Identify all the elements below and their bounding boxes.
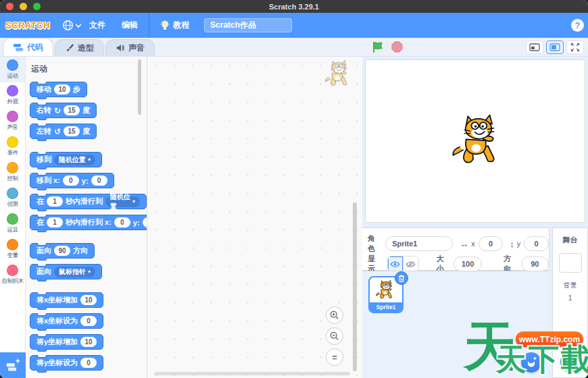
project-name-input[interactable] [204, 18, 292, 32]
palette-block[interactable]: 移到 x:0y:0 [30, 173, 114, 188]
category-color-dot [7, 59, 18, 71]
sprite-name-input[interactable] [385, 236, 453, 251]
y-value-input[interactable]: 0 [524, 236, 549, 251]
help-button[interactable]: ? [571, 19, 584, 32]
main-content: 运动外观声音事件控制侦测运算变量自制积木 运动 移动10步右转↻15度左转↺15… [0, 57, 588, 378]
language-menu[interactable] [62, 20, 81, 31]
category-label: 自制积木 [2, 277, 24, 286]
block-text: 度 [82, 105, 90, 115]
workspace-horizontal-scrollbar[interactable] [154, 372, 350, 375]
category-侦测[interactable]: 侦测 [0, 185, 25, 211]
x-value-input[interactable]: 0 [479, 236, 504, 251]
palette-block[interactable]: 将y坐标设为0 [30, 355, 103, 371]
category-color-dot [7, 162, 18, 173]
zoom-in-icon [330, 310, 339, 320]
block-dropdown[interactable]: 鼠标指针▾ [54, 267, 95, 277]
block-number-input[interactable]: 15 [64, 105, 80, 115]
category-自制积木[interactable]: 自制积木 [0, 262, 25, 288]
tab-costumes-label: 造型 [78, 43, 94, 54]
palette-block[interactable]: 在1秒内滑行到 x:0y:0 [30, 215, 147, 230]
workspace-vertical-scrollbar[interactable] [353, 202, 357, 371]
add-backdrop-button[interactable] [560, 352, 581, 372]
size-value-input[interactable]: 100 [454, 256, 481, 271]
palette-block[interactable]: 移到随机位置▾ [30, 152, 102, 167]
category-label: 运算 [7, 226, 18, 234]
menu-tutorials[interactable]: 教程 [152, 20, 197, 31]
block-number-input[interactable]: 1 [47, 196, 63, 207]
block-number-input[interactable]: 0 [80, 358, 97, 368]
titlebar: Scratch 3.29.1 [0, 0, 588, 13]
zoom-reset-button[interactable]: = [326, 348, 343, 366]
block-number-input[interactable]: 10 [80, 337, 97, 347]
zoom-out-button[interactable] [326, 327, 343, 345]
palette-block[interactable]: 移动10步 [30, 82, 87, 97]
stage[interactable] [365, 59, 585, 223]
block-text: 度 [82, 126, 90, 136]
stage-selector-panel[interactable]: 舞台 背景 1 [552, 227, 588, 378]
block-number-input[interactable]: 0 [80, 316, 97, 326]
minimize-window-button[interactable] [20, 3, 27, 10]
category-label: 运动 [7, 72, 18, 80]
block-number-input[interactable]: 1 [47, 217, 63, 227]
block-number-input[interactable]: 0 [114, 217, 130, 227]
scratch-logo[interactable]: SCRATCH [5, 20, 50, 30]
block-text: 在 [36, 196, 44, 207]
palette-block[interactable]: 在1秒内滑行到随机位置▾ [30, 194, 147, 209]
direction-value-input[interactable]: 90 [521, 256, 549, 271]
block-number-input[interactable]: 0 [143, 217, 147, 227]
green-flag-button[interactable] [370, 40, 385, 55]
category-运动[interactable]: 运动 [0, 57, 25, 82]
add-extension-button[interactable] [0, 352, 26, 378]
backdrop-thumbnail[interactable] [559, 253, 582, 273]
show-sprite-button[interactable] [388, 256, 403, 271]
block-number-input[interactable]: 10 [54, 84, 70, 94]
tab-costumes[interactable]: 造型 [55, 39, 104, 56]
block-dropdown[interactable]: 随机位置▾ [54, 155, 95, 165]
palette-scrollbar[interactable] [138, 59, 141, 115]
block-number-input[interactable]: 0 [63, 176, 79, 186]
category-事件[interactable]: 事件 [0, 134, 25, 159]
tab-code-label: 代码 [27, 42, 43, 53]
tab-code[interactable]: 代码 [3, 38, 53, 56]
menu-file[interactable]: 文件 [81, 13, 114, 38]
block-number-input[interactable]: 10 [80, 295, 97, 305]
palette-block[interactable]: 右转↻15度 [30, 103, 97, 118]
menubar: SCRATCH 文件 编辑 教程 ? [0, 13, 588, 38]
palette-block[interactable]: 左转↺15度 [30, 124, 97, 139]
block-text: 秒内滑行到 x: [66, 217, 112, 227]
palette-block[interactable]: 面向90方向 [30, 243, 95, 259]
delete-sprite-button[interactable] [395, 271, 408, 285]
category-运算[interactable]: 运算 [0, 211, 25, 236]
zoom-window-button[interactable] [33, 3, 41, 10]
block-number-input[interactable]: 90 [54, 246, 70, 256]
hide-sprite-button[interactable] [403, 256, 418, 271]
block-number-input[interactable]: 15 [64, 126, 80, 136]
category-控制[interactable]: 控制 [0, 159, 25, 185]
block-text: 左转 [36, 126, 51, 136]
code-workspace[interactable]: = [147, 57, 362, 378]
palette-block[interactable]: 将x坐标增加10 [30, 292, 103, 308]
menu-edit[interactable]: 编辑 [114, 13, 146, 38]
fullscreen-button[interactable] [566, 40, 584, 54]
block-number-input[interactable]: 0 [91, 176, 107, 186]
category-变量[interactable]: 变量 [0, 236, 25, 262]
close-window-button[interactable] [6, 3, 14, 10]
backdrop-count: 1 [553, 294, 587, 302]
category-外观[interactable]: 外观 [0, 82, 25, 108]
tab-sounds[interactable]: 声音 [105, 39, 155, 56]
block-dropdown[interactable]: 随机位置▾ [105, 196, 140, 207]
palette-block[interactable]: 将y坐标增加10 [30, 334, 103, 350]
zoom-in-button[interactable] [326, 306, 343, 324]
block-text: 移到 x: [36, 176, 60, 186]
palette-block[interactable]: 面向鼠标指针▾ [30, 264, 102, 279]
stop-button[interactable] [389, 40, 404, 55]
add-backdrop-icon [566, 357, 576, 367]
large-stage-button[interactable] [546, 40, 564, 54]
add-sprite-button[interactable] [521, 352, 541, 373]
small-stage-button[interactable] [526, 40, 543, 54]
sprite-info-row-1: 角色 ↔ x 0 ↕ y 0 [362, 234, 549, 254]
sprite-card-sprite1[interactable]: Sprite1 [368, 276, 403, 313]
palette-block[interactable]: 将x坐标设为0 [30, 313, 103, 329]
category-声音[interactable]: 声音 [0, 108, 25, 134]
stage-sprite-cat[interactable] [448, 113, 509, 169]
